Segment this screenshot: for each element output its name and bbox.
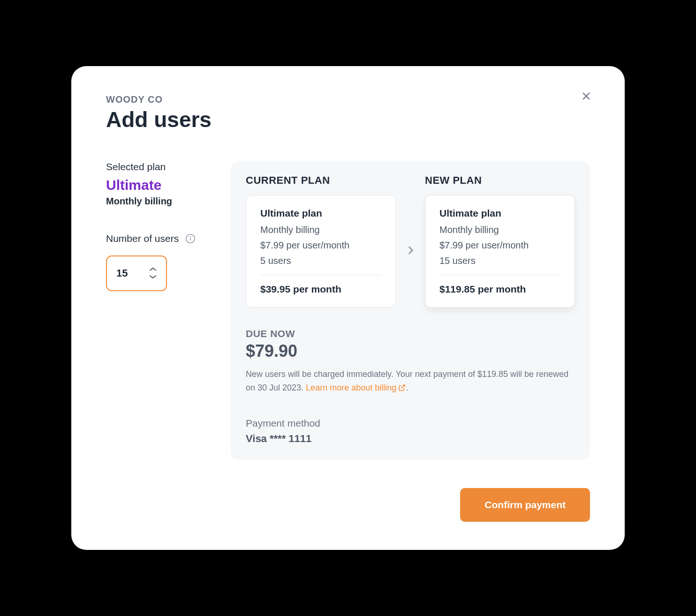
add-users-modal: WOODY CO Add users Selected plan Ultimat… bbox=[71, 66, 625, 550]
new-plan-price: $7.99 per user/month bbox=[439, 240, 560, 251]
divider bbox=[439, 275, 560, 275]
new-plan-heading: NEW PLAN bbox=[425, 174, 575, 187]
payment-method-value: Visa **** 1111 bbox=[246, 433, 575, 445]
new-plan-name: Ultimate plan bbox=[439, 208, 560, 219]
org-name: WOODY CO bbox=[106, 94, 590, 105]
learn-more-link[interactable]: Learn more about billing bbox=[306, 381, 406, 395]
new-plan-billing: Monthly billing bbox=[439, 225, 560, 235]
arrow-separator bbox=[404, 225, 416, 256]
chevron-down-icon bbox=[149, 274, 157, 279]
billing-cycle: Monthly billing bbox=[106, 196, 218, 207]
payment-method-label: Payment method bbox=[246, 418, 575, 429]
new-plan-total: $119.85 per month bbox=[439, 284, 560, 295]
new-plan-block: NEW PLAN Ultimate plan Monthly billing $… bbox=[425, 174, 575, 308]
comparison-panel: CURRENT PLAN Ultimate plan Monthly billi… bbox=[231, 161, 590, 460]
current-plan-price: $7.99 per user/month bbox=[260, 240, 381, 251]
page-title: Add users bbox=[106, 107, 590, 132]
new-plan-card: Ultimate plan Monthly billing $7.99 per … bbox=[425, 195, 575, 308]
chevron-up-icon bbox=[149, 267, 157, 272]
current-plan-block: CURRENT PLAN Ultimate plan Monthly billi… bbox=[246, 174, 396, 308]
stepper-down-button[interactable] bbox=[149, 275, 157, 279]
due-now-amount: $79.90 bbox=[246, 341, 575, 361]
users-count-label: Number of users bbox=[106, 233, 179, 244]
due-now-label: DUE NOW bbox=[246, 328, 575, 339]
current-plan-total: $39.95 per month bbox=[260, 284, 381, 295]
external-link-icon bbox=[398, 384, 406, 391]
divider bbox=[260, 275, 381, 275]
info-icon[interactable] bbox=[185, 233, 196, 244]
new-plan-users: 15 users bbox=[439, 255, 560, 266]
stepper-up-button[interactable] bbox=[149, 267, 157, 272]
current-plan-users: 5 users bbox=[260, 255, 381, 266]
svg-point-1 bbox=[190, 237, 191, 237]
current-plan-name: Ultimate plan bbox=[260, 208, 381, 219]
confirm-payment-button[interactable]: Confirm payment bbox=[460, 488, 590, 522]
due-note-suffix: . bbox=[406, 383, 408, 392]
current-plan-heading: CURRENT PLAN bbox=[246, 174, 396, 187]
close-icon bbox=[580, 90, 593, 103]
users-stepper-value: 15 bbox=[116, 267, 149, 279]
selected-plan-name: Ultimate bbox=[106, 177, 218, 193]
current-plan-card: Ultimate plan Monthly billing $7.99 per … bbox=[246, 195, 396, 308]
close-button[interactable] bbox=[579, 89, 594, 104]
plan-summary-panel: Selected plan Ultimate Monthly billing N… bbox=[106, 161, 218, 460]
selected-plan-label: Selected plan bbox=[106, 161, 218, 173]
users-stepper[interactable]: 15 bbox=[106, 255, 167, 291]
chevron-right-icon bbox=[404, 244, 416, 256]
current-plan-billing: Monthly billing bbox=[260, 225, 381, 235]
due-now-note: New users will be charged immediately. Y… bbox=[246, 368, 575, 395]
